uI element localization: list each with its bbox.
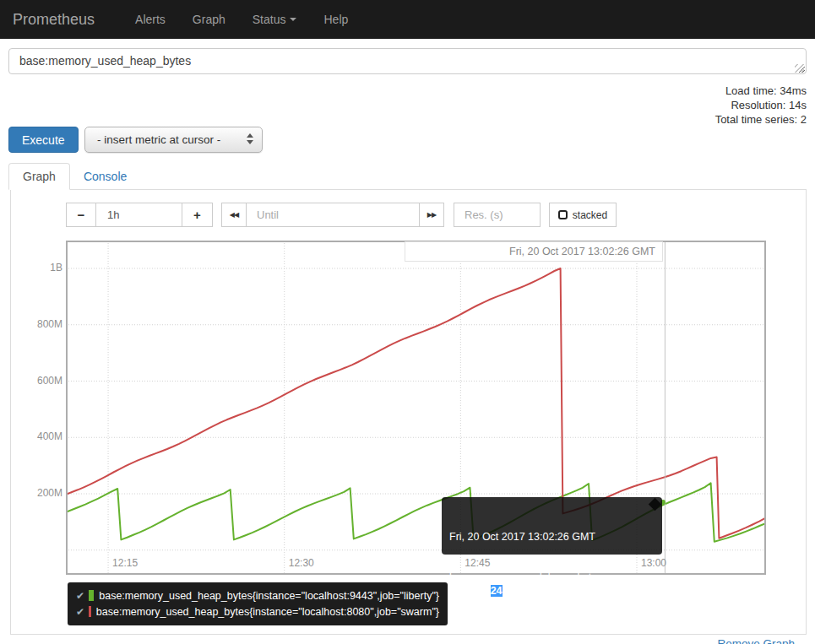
brand-link[interactable]: Prometheus <box>13 11 95 29</box>
y-axis-tick-label: 600M <box>24 375 62 387</box>
y-axis-tick-label: 1B <box>24 262 62 273</box>
tab-bar: Graph Console <box>8 165 807 190</box>
legend-series-label: base:memory_used_heap_bytes{instance="lo… <box>99 590 439 602</box>
stacked-label: stacked <box>573 209 607 221</box>
nav-item-alerts[interactable]: Alerts <box>122 0 179 39</box>
tooltip-value-line: base:memory_used_heap_bytes: 163258424 <box>449 571 655 598</box>
resolution: Resolution: 14s <box>715 98 807 112</box>
x-axis-tick-label: 12:30 <box>289 557 314 569</box>
series-enabled-check-icon: ✔ <box>76 590 84 602</box>
select-arrows-icon <box>247 133 253 144</box>
nav-items: Alerts Graph Status Help <box>122 0 361 39</box>
x-axis-tick-label: 12:15 <box>112 557 138 569</box>
nav-item-graph[interactable]: Graph <box>179 0 239 39</box>
until-input[interactable] <box>246 203 420 227</box>
range-decrease-button[interactable]: − <box>66 203 96 227</box>
rewind-time-button[interactable]: ◀◀ <box>221 203 247 227</box>
total-time-series: Total time series: 2 <box>715 112 807 127</box>
series-color-swatch <box>89 590 94 601</box>
caret-down-icon <box>290 18 296 21</box>
legend-item[interactable]: ✔base:memory_used_heap_bytes{instance="l… <box>76 603 439 620</box>
tab-graph[interactable]: Graph <box>8 163 70 190</box>
tooltip-metric: base:memory_used_heap_bytes: <box>449 571 608 583</box>
stacked-toggle-button[interactable]: stacked <box>549 203 617 227</box>
navbar: Prometheus Alerts Graph Status Help <box>0 0 815 39</box>
insert-metric-select[interactable]: - insert metric at cursor - <box>84 127 263 153</box>
series-color-swatch <box>89 606 91 617</box>
y-axis-tick-label: 800M <box>24 318 62 330</box>
range-input[interactable] <box>95 203 182 227</box>
query-stats: Load time: 34ms Resolution: 14s Total ti… <box>715 84 807 127</box>
y-axis-tick-label: 400M <box>24 430 62 442</box>
tooltip-value-selected: 24 <box>491 585 503 597</box>
resolution-input[interactable] <box>454 203 541 227</box>
legend-series-label: base:memory_used_heap_bytes{instance="lo… <box>96 606 439 618</box>
tooltip-time: Fri, 20 Oct 2017 13:02:26 GMT <box>449 530 655 544</box>
query-expression-input[interactable]: base:memory_used_heap_bytes <box>8 48 807 74</box>
range-increase-button[interactable]: + <box>182 203 213 227</box>
forward-time-button[interactable]: ▶▶ <box>419 203 444 227</box>
hover-tooltip: Fri, 20 Oct 2017 13:02:26 GMT base:memor… <box>442 497 662 555</box>
y-axis-tick-label: 200M <box>24 487 62 499</box>
tab-console[interactable]: Console <box>70 164 140 189</box>
tooltip-value: 1632584 <box>449 585 491 597</box>
tooltip-label-instance: instance: localhost:9443 <box>449 625 655 636</box>
nav-item-status[interactable]: Status <box>239 0 311 39</box>
insert-metric-select-value: - insert metric at cursor - <box>97 133 220 146</box>
series-enabled-check-icon: ✔ <box>76 606 84 618</box>
hover-date-box: Fri, 20 Oct 2017 13:02:26 GMT <box>405 241 663 262</box>
nav-item-help[interactable]: Help <box>310 0 361 39</box>
load-time: Load time: 34ms <box>715 84 807 98</box>
checkbox-unchecked-icon <box>558 210 568 219</box>
legend: ✔base:memory_used_heap_bytes{instance="l… <box>68 582 448 625</box>
prometheus-page: Prometheus Alerts Graph Status Help base… <box>0 0 815 644</box>
nav-item-status-label: Status <box>253 0 286 39</box>
legend-item[interactable]: ✔base:memory_used_heap_bytes{instance="l… <box>76 587 439 603</box>
remove-graph-link[interactable]: Remove Graph <box>717 637 795 644</box>
execute-button[interactable]: Execute <box>8 127 79 153</box>
